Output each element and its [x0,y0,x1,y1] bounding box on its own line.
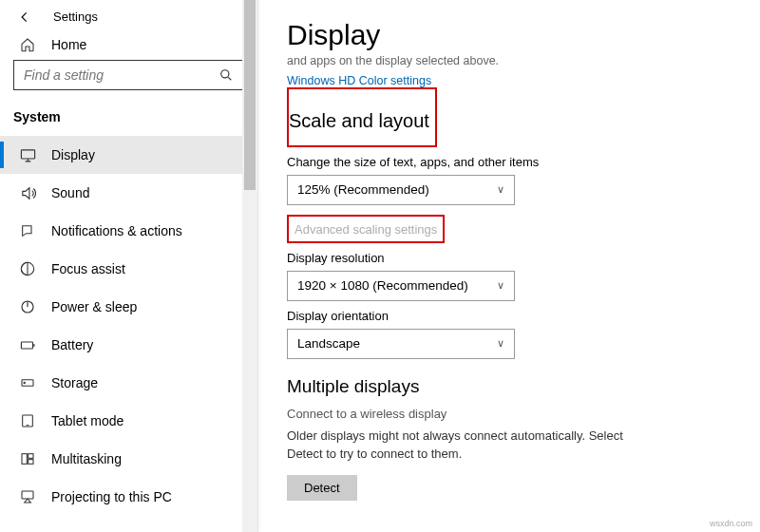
sidebar-item-label: Display [51,147,95,162]
scale-layout-heading: Scale and layout [289,110,429,132]
svg-rect-10 [28,460,33,465]
sound-icon [19,185,36,201]
svg-rect-1 [21,149,34,158]
multitasking-icon [19,451,36,466]
projecting-icon [19,489,36,504]
notifications-icon [19,223,36,238]
app-title: Settings [53,10,98,24]
back-icon[interactable] [17,10,32,24]
sidebar-item-label: Focus assist [51,261,125,276]
sidebar-item-power[interactable]: Power & sleep [0,288,257,326]
detect-button[interactable]: Detect [287,475,357,501]
sidebar: Settings Home System Display [0,0,258,532]
page-title: Display [287,19,732,51]
scale-select-value: 125% (Recommended) [297,182,429,197]
sidebar-scrollbar[interactable] [242,0,257,532]
chevron-down-icon: ∨ [497,183,504,196]
sidebar-item-label: Tablet mode [51,413,124,428]
sidebar-item-label: Battery [51,337,93,352]
home-icon [19,37,36,52]
search-input[interactable] [13,60,244,90]
sidebar-item-display[interactable]: Display [0,136,257,174]
hd-color-settings-link[interactable]: Windows HD Color settings [287,74,732,87]
detect-description: Older displays might not always connect … [287,427,648,464]
scale-label: Change the size of text, apps, and other… [287,155,732,169]
sidebar-item-notifications[interactable]: Notifications & actions [0,212,257,250]
svg-rect-8 [22,454,27,465]
main-content: Display and apps on the display selected… [258,0,760,532]
svg-point-6 [24,382,25,383]
orientation-select-value: Landscape [297,336,360,351]
svg-rect-11 [22,491,33,499]
sidebar-item-label: Projecting to this PC [51,489,172,504]
storage-icon [19,375,36,390]
scrollbar-thumb[interactable] [244,0,256,190]
svg-rect-4 [21,341,32,348]
sidebar-item-multitasking[interactable]: Multitasking [0,440,257,478]
chevron-down-icon: ∨ [497,279,504,292]
chevron-down-icon: ∨ [497,337,504,350]
wireless-display-link[interactable]: Connect to a wireless display [287,407,732,421]
sidebar-nav: Display Sound Notifications & actions Fo… [0,136,257,516]
orientation-select[interactable]: Landscape ∨ [287,329,515,359]
sidebar-item-focus[interactable]: Focus assist [0,250,257,288]
highlight-advanced-link: Advanced scaling settings [287,215,445,243]
advanced-scaling-link[interactable]: Advanced scaling settings [294,222,437,237]
scale-select[interactable]: 125% (Recommended) ∨ [287,175,515,205]
power-icon [19,299,36,314]
svg-rect-9 [28,454,33,459]
svg-point-0 [221,70,229,78]
tablet-icon [19,413,36,428]
sidebar-item-sound[interactable]: Sound [0,174,257,212]
search-icon [218,68,234,82]
nav-home-label: Home [51,37,86,52]
sidebar-item-label: Sound [51,185,89,200]
nav-home[interactable]: Home [0,28,257,60]
sidebar-item-label: Storage [51,375,98,390]
sidebar-item-label: Multitasking [51,451,122,466]
highlight-scale-heading: Scale and layout [287,87,437,147]
orientation-label: Display orientation [287,309,732,323]
display-icon [19,147,36,163]
battery-icon [19,337,36,353]
cropped-description: and apps on the display selected above. [287,53,732,70]
sidebar-item-tablet[interactable]: Tablet mode [0,402,257,440]
watermark: wsxdn.com [710,519,752,528]
sidebar-item-label: Power & sleep [51,299,137,314]
sidebar-section-title: System [0,100,257,130]
multiple-displays-heading: Multiple displays [287,376,419,397]
resolution-label: Display resolution [287,251,732,265]
sidebar-item-storage[interactable]: Storage [0,364,257,402]
resolution-select[interactable]: 1920 × 1080 (Recommended) ∨ [287,271,515,301]
search-field[interactable] [24,67,218,83]
sidebar-item-projecting[interactable]: Projecting to this PC [0,478,257,516]
focus-icon [19,261,36,276]
sidebar-item-label: Notifications & actions [51,223,182,238]
resolution-select-value: 1920 × 1080 (Recommended) [297,278,468,293]
sidebar-item-battery[interactable]: Battery [0,326,257,364]
